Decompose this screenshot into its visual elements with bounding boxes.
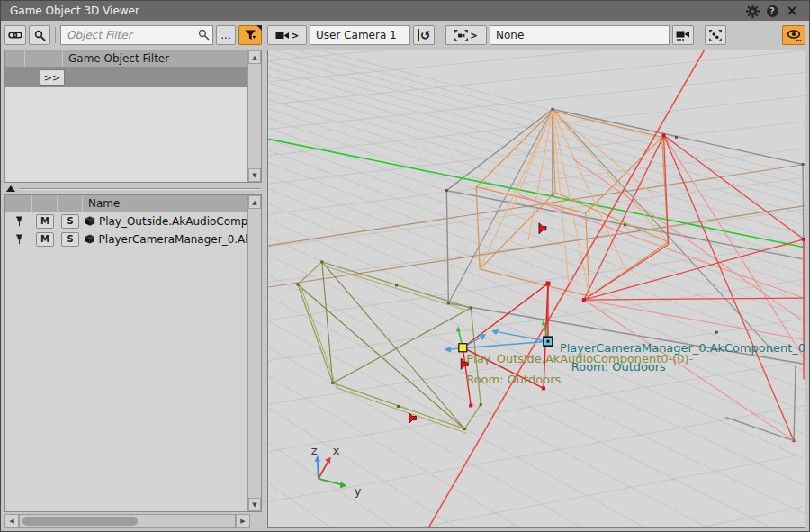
- game-object-3d-viewer-window: Game Object 3D Viewer ? ×: [0, 0, 810, 532]
- toolbar-separator: [55, 27, 56, 43]
- frame-dots-icon: [709, 30, 722, 41]
- panel-splitter[interactable]: [4, 183, 262, 194]
- expand-filter-button[interactable]: >>: [40, 69, 65, 86]
- name-column-header: Name: [83, 197, 248, 210]
- camera-options-button[interactable]: [672, 25, 694, 45]
- link-icon: [8, 30, 22, 41]
- listener-select-button[interactable]: >: [446, 25, 487, 45]
- game-object-cube-icon: [85, 215, 95, 227]
- listener-value: None: [496, 29, 524, 41]
- camera-select-button[interactable]: >: [267, 25, 307, 45]
- funnel-icon: [245, 30, 256, 41]
- eye-icon: [787, 29, 802, 42]
- help-button[interactable]: ?: [762, 3, 782, 19]
- object-name: PlayerCameraManager_0.AkCo: [99, 233, 248, 246]
- 3d-viewport[interactable]: z x y Play_Outside.AkAudioComponent0-(0)…: [267, 50, 806, 528]
- object-name: Play_Outside.AkAudioCompon: [99, 215, 248, 228]
- reset-icon: ↺: [418, 29, 431, 41]
- collapse-up-icon[interactable]: [6, 185, 15, 192]
- solo-button[interactable]: S: [61, 214, 79, 229]
- listener-label-line2: Room: Outdoors: [572, 360, 666, 374]
- filter-table-vscrollbar[interactable]: ▲ ▼: [248, 50, 261, 182]
- window-body: ... Game Object Filter: [1, 21, 809, 531]
- chevron-right-icon: >: [470, 31, 477, 41]
- scroll-up-icon[interactable]: ▲: [248, 50, 261, 64]
- game-object-list-panel: ... Game Object Filter: [1, 21, 264, 531]
- search-icon: [34, 30, 46, 41]
- axis-z-label: z: [311, 444, 318, 457]
- title-bar: Game Object 3D Viewer ? ×: [1, 1, 809, 21]
- object-markers: [444, 320, 553, 353]
- pin-corner-marker: [256, 25, 262, 31]
- scroll-down-icon[interactable]: ▼: [248, 168, 261, 182]
- gray-wireframe-box: [446, 108, 805, 442]
- more-options-button[interactable]: ...: [216, 25, 236, 45]
- settings-gear-icon[interactable]: [742, 3, 762, 19]
- scroll-up-icon[interactable]: ▲: [248, 195, 261, 209]
- link-selection-button[interactable]: [4, 25, 26, 45]
- chevron-right-icon: >: [292, 31, 299, 41]
- object-filter-input[interactable]: [60, 25, 213, 45]
- filter-table-header-label: Game Object Filter: [63, 52, 248, 65]
- listener-field[interactable]: None: [490, 25, 670, 45]
- window-title: Game Object 3D Viewer: [10, 5, 140, 17]
- ellipsis-label: ...: [220, 29, 230, 41]
- visibility-options-button[interactable]: [782, 25, 806, 45]
- game-object-table: Name M S: [4, 194, 262, 512]
- reset-camera-button[interactable]: ↺: [413, 25, 435, 45]
- axis-x-label: x: [333, 444, 340, 457]
- mute-button[interactable]: M: [36, 232, 54, 247]
- object-row-play-outside[interactable]: M S Play_Outside.AkAudioCompon: [5, 212, 248, 230]
- object-table-vscrollbar[interactable]: ▲ ▼: [248, 195, 261, 511]
- scroll-track[interactable]: [248, 209, 261, 498]
- pin-icon: [14, 216, 25, 227]
- viewport-panel: > User Camera 1 ↺ >: [267, 21, 809, 531]
- scroll-left-icon[interactable]: ◀: [4, 514, 19, 528]
- object-table-empty-area: [5, 248, 248, 511]
- pin-toggle[interactable]: [5, 216, 32, 227]
- solo-button[interactable]: S: [61, 232, 79, 247]
- mute-button[interactable]: M: [36, 214, 54, 229]
- camera-name-field[interactable]: User Camera 1: [310, 25, 410, 45]
- viewport-toolbar: > User Camera 1 ↺ >: [267, 24, 806, 46]
- hscroll-track[interactable]: [19, 514, 236, 528]
- search-button[interactable]: [29, 25, 50, 45]
- pin-icon: [14, 234, 25, 245]
- orange-wireframe-box: [476, 111, 668, 296]
- splitter-groove[interactable]: [20, 188, 260, 190]
- emitter-label-line2: Room: Outdoors: [466, 373, 561, 386]
- listener-label-line1: PlayerCameraManager_0.AkComponent_0 (0: [560, 341, 805, 355]
- scroll-right-icon[interactable]: ▶: [236, 514, 250, 528]
- filter-row-selected[interactable]: >>: [5, 68, 248, 87]
- object-table-hscrollbar[interactable]: ◀ ▶: [4, 514, 262, 528]
- hscroll-thumb[interactable]: [22, 517, 138, 526]
- help-icon: ?: [767, 5, 778, 17]
- gear-icon: [746, 5, 760, 18]
- sound-emitter-speaker-icons: [409, 223, 545, 424]
- pin-toggle[interactable]: [5, 234, 32, 245]
- camera-name-value: User Camera 1: [316, 29, 397, 41]
- filter-table-empty-area: [5, 87, 248, 182]
- filter-toggle-button[interactable]: [238, 25, 262, 45]
- viewport-labels: Play_Outside.AkAudioComponent0-(0)- Room…: [466, 341, 805, 386]
- frame-selection-button[interactable]: [705, 25, 726, 45]
- axis-y-label: y: [355, 484, 362, 498]
- filter-table-header: Game Object Filter: [5, 50, 248, 68]
- close-icon: ×: [787, 5, 798, 18]
- search-icon: [198, 29, 210, 41]
- game-object-filter-table: Game Object Filter >> ▲ ▼: [4, 50, 262, 183]
- frame-camera-icon: [454, 30, 468, 41]
- scroll-down-icon[interactable]: ▼: [248, 498, 261, 511]
- olive-wireframe-box: [296, 260, 482, 433]
- scroll-track[interactable]: [248, 64, 261, 168]
- video-camera-ellipsis-icon: [676, 30, 690, 41]
- emitter-marker: [459, 344, 467, 352]
- left-toolbar: ...: [4, 24, 262, 46]
- object-row-player-camera[interactable]: M S PlayerCameraManager_0.AkCo: [5, 230, 248, 248]
- video-camera-icon: [275, 31, 290, 41]
- game-object-cube-icon: [85, 233, 95, 245]
- close-button[interactable]: ×: [782, 3, 802, 19]
- scrollbar-corner: [250, 514, 262, 528]
- object-table-header: Name: [5, 195, 248, 212]
